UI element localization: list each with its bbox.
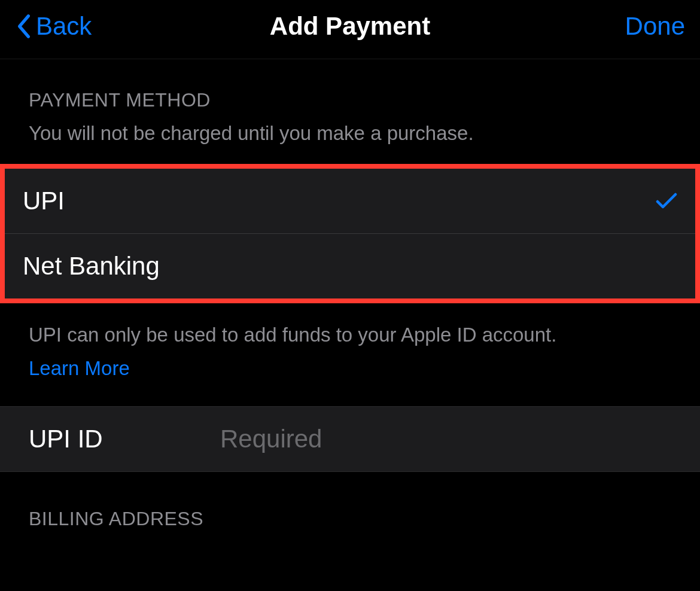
payment-method-subtext: You will not be charged until you make a… <box>29 122 671 145</box>
payment-option-label: Net Banking <box>23 252 160 281</box>
payment-method-label: PAYMENT METHOD <box>29 89 671 111</box>
upi-id-row[interactable]: UPI ID <box>0 406 700 472</box>
nav-bar: Back Add Payment Done <box>0 0 700 59</box>
back-button[interactable]: Back <box>15 12 92 41</box>
payment-option-label: UPI <box>23 187 65 215</box>
back-label: Back <box>36 12 92 41</box>
upi-id-input[interactable] <box>220 425 671 453</box>
payment-method-section-header: PAYMENT METHOD You will not be charged u… <box>0 59 700 152</box>
done-button[interactable]: Done <box>625 12 685 41</box>
payment-method-footer: UPI can only be used to add funds to you… <box>0 303 700 388</box>
checkmark-icon <box>656 192 677 210</box>
upi-id-label: UPI ID <box>29 425 220 453</box>
billing-address-label: BILLING ADDRESS <box>29 508 671 530</box>
page-title: Add Payment <box>270 12 430 41</box>
footer-text-content: UPI can only be used to add funds to you… <box>29 324 556 346</box>
chevron-left-icon <box>15 14 33 39</box>
payment-option-net-banking[interactable]: Net Banking <box>5 234 695 298</box>
learn-more-link[interactable]: Learn More <box>29 355 671 382</box>
payment-method-group: UPI Net Banking <box>0 164 700 303</box>
payment-option-upi[interactable]: UPI <box>5 169 695 233</box>
billing-address-section-header: BILLING ADDRESS <box>0 472 700 536</box>
